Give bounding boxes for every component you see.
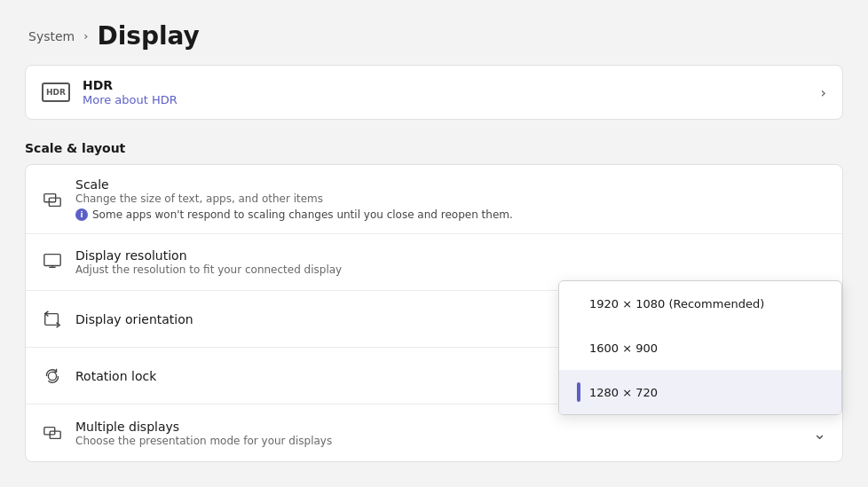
hdr-icon: HDR [42, 82, 70, 102]
scale-desc: Change the size of text, apps, and other… [75, 192, 826, 205]
resolution-icon [42, 250, 63, 271]
hdr-chevron-right-icon: › [821, 84, 826, 101]
breadcrumb-system[interactable]: System [28, 29, 75, 43]
multiple-displays-icon [42, 422, 63, 444]
page-title: Display [97, 21, 199, 51]
svg-point-6 [48, 372, 56, 380]
info-icon: i [75, 208, 88, 221]
resolution-desc: Adjust the resolution to fit your connec… [75, 263, 826, 276]
multiple-displays-desc: Choose the presentation mode for your di… [75, 435, 801, 447]
multiple-displays-title: Multiple displays [75, 420, 801, 434]
hdr-link[interactable]: More about HDR [83, 93, 178, 106]
hdr-title: HDR [83, 78, 178, 92]
resolution-selected-indicator-2 [577, 382, 580, 402]
scale-layout-group: Scale Change the size of text, apps, and… [25, 164, 843, 462]
scale-layout-section-header: Scale & layout [25, 134, 843, 164]
scale-icon [42, 189, 63, 210]
breadcrumb-separator: › [83, 29, 88, 43]
resolution-dropdown[interactable]: 1920 × 1080 (Recommended) 1600 × 900 128… [558, 280, 842, 415]
scale-title: Scale [75, 177, 826, 192]
resolution-option-1[interactable]: 1600 × 900 [559, 326, 841, 370]
rotation-lock-icon [42, 365, 63, 387]
resolution-option-0[interactable]: 1920 × 1080 (Recommended) [559, 281, 841, 326]
resolution-title: Display resolution [75, 248, 826, 263]
resolution-option-2[interactable]: 1280 × 720 [559, 370, 841, 414]
scale-note: i Some apps won't respond to scaling cha… [75, 208, 826, 221]
svg-rect-2 [44, 255, 60, 266]
orientation-icon [42, 309, 63, 330]
multiple-displays-chevron-down-icon: ⌄ [813, 424, 826, 443]
hdr-card[interactable]: HDR HDR More about HDR › [25, 65, 843, 120]
resolution-row: Display resolution Adjust the resolution… [26, 234, 842, 291]
scale-row: Scale Change the size of text, apps, and… [26, 165, 842, 234]
